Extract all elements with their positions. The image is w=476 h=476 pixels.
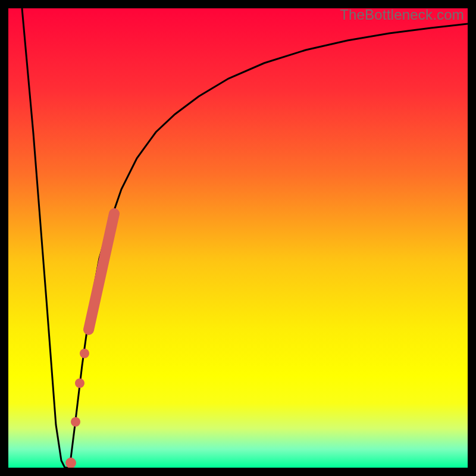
svg-point-1: [75, 378, 84, 388]
watermark-text: TheBottleneck.com: [340, 7, 464, 23]
chart-frame: TheBottleneck.com: [8, 8, 468, 468]
chart-canvas: [8, 8, 468, 468]
svg-point-2: [71, 417, 80, 427]
svg-point-0: [80, 349, 89, 358]
